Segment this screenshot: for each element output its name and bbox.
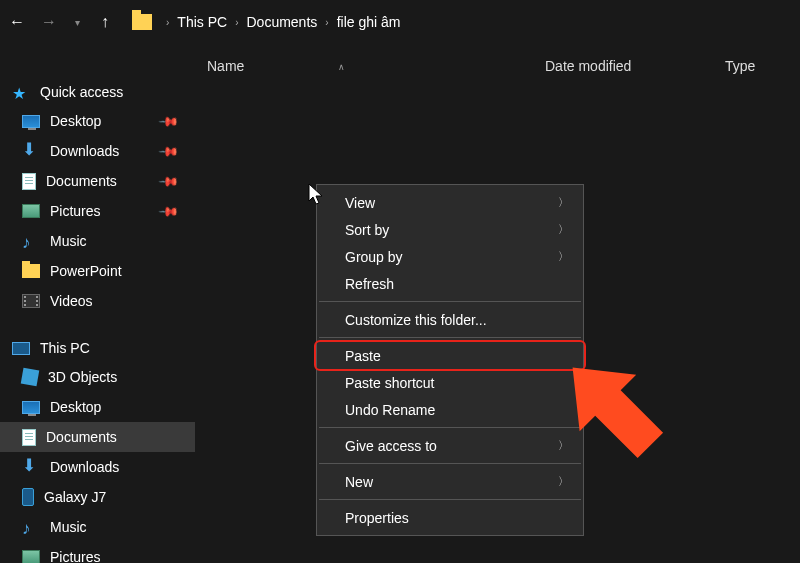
pin-icon: 📌 [158, 170, 180, 192]
ctx-label: Refresh [345, 276, 394, 292]
sidebar-item-label: 3D Objects [48, 369, 117, 385]
sidebar-quick-access[interactable]: ★ Quick access [0, 78, 195, 106]
ctx-label: View [345, 195, 375, 211]
ctx-view[interactable]: View 〉 [317, 189, 583, 216]
sidebar-item-label: Downloads [50, 143, 119, 159]
pictures-icon [22, 550, 40, 563]
ctx-new[interactable]: New 〉 [317, 468, 583, 495]
navigation-toolbar: ← → ▾ ↑ › This PC › Documents › file ghi… [0, 0, 800, 44]
sidebar-item-3d-objects[interactable]: 3D Objects [0, 362, 195, 392]
music-icon: ♪ [22, 233, 40, 249]
sidebar-item-label: Galaxy J7 [44, 489, 106, 505]
sidebar-item-documents[interactable]: Documents 📌 [0, 166, 195, 196]
pictures-icon [22, 204, 40, 218]
breadcrumb-separator: › [317, 17, 336, 28]
document-icon [22, 429, 36, 446]
column-header-name[interactable]: Name ∧ [195, 58, 533, 74]
sidebar-group-label: This PC [40, 340, 90, 356]
mouse-cursor-icon [308, 183, 326, 207]
sidebar-item-label: Videos [50, 293, 93, 309]
sidebar-item-label: Pictures [50, 549, 101, 563]
phone-icon [22, 488, 34, 506]
sidebar-this-pc[interactable]: This PC [0, 334, 195, 362]
ctx-customize-folder[interactable]: Customize this folder... [317, 306, 583, 333]
sidebar-item-desktop[interactable]: Desktop 📌 [0, 106, 195, 136]
sidebar-item-label: PowerPoint [50, 263, 122, 279]
up-button[interactable]: ↑ [96, 13, 114, 31]
star-icon: ★ [12, 84, 30, 100]
music-icon: ♪ [22, 519, 40, 535]
chevron-right-icon: 〉 [558, 195, 569, 210]
pc-icon [12, 342, 30, 355]
menu-separator [319, 301, 581, 302]
sidebar-item-label: Desktop [50, 113, 101, 129]
ctx-properties[interactable]: Properties [317, 504, 583, 531]
sidebar-group-label: Quick access [40, 84, 123, 100]
ctx-label: Paste [345, 348, 381, 364]
sidebar-item-label: Documents [46, 429, 117, 445]
sidebar-item-label: Music [50, 519, 87, 535]
3d-icon [21, 368, 40, 387]
column-headers: Name ∧ Date modified Type [195, 53, 800, 79]
sidebar-item-pictures[interactable]: Pictures [0, 542, 195, 563]
ctx-paste[interactable]: Paste [317, 342, 583, 369]
menu-separator [319, 337, 581, 338]
ctx-label: Group by [345, 249, 403, 265]
breadcrumb-segment[interactable]: Documents [246, 14, 317, 30]
column-header-date[interactable]: Date modified [533, 58, 713, 74]
document-icon [22, 173, 36, 190]
menu-separator [319, 427, 581, 428]
menu-separator [319, 499, 581, 500]
sidebar-item-downloads[interactable]: ⬇ Downloads 📌 [0, 136, 195, 166]
ctx-label: Customize this folder... [345, 312, 487, 328]
folder-icon [132, 14, 152, 30]
column-header-type[interactable]: Type [713, 58, 755, 74]
breadcrumb-segment[interactable]: This PC [177, 14, 227, 30]
sidebar-item-desktop[interactable]: Desktop [0, 392, 195, 422]
ctx-paste-shortcut[interactable]: Paste shortcut [317, 369, 583, 396]
sidebar-item-downloads[interactable]: ⬇ Downloads [0, 452, 195, 482]
sidebar-item-videos[interactable]: Videos [0, 286, 195, 316]
chevron-right-icon: 〉 [558, 474, 569, 489]
ctx-group-by[interactable]: Group by 〉 [317, 243, 583, 270]
ctx-label: Paste shortcut [345, 375, 435, 391]
video-icon [22, 294, 40, 308]
download-icon: ⬇ [22, 459, 40, 475]
ctx-sort-by[interactable]: Sort by 〉 [317, 216, 583, 243]
ctx-label: Give access to [345, 438, 437, 454]
chevron-right-icon: 〉 [558, 438, 569, 453]
forward-button[interactable]: → [40, 13, 58, 31]
ctx-refresh[interactable]: Refresh [317, 270, 583, 297]
sidebar-item-documents[interactable]: Documents [0, 422, 195, 452]
pin-icon: 📌 [158, 140, 180, 162]
ctx-label: Undo Rename [345, 402, 435, 418]
pin-icon: 📌 [158, 110, 180, 132]
sidebar-item-label: Music [50, 233, 87, 249]
ctx-label: New [345, 474, 373, 490]
breadcrumb-separator: › [158, 17, 177, 28]
breadcrumb-separator: › [227, 17, 246, 28]
sort-indicator-icon: ∧ [338, 62, 345, 72]
back-button[interactable]: ← [8, 13, 26, 31]
sidebar-item-label: Pictures [50, 203, 101, 219]
ctx-undo-rename[interactable]: Undo Rename [317, 396, 583, 423]
breadcrumb-segment[interactable]: file ghi âm [337, 14, 401, 30]
download-icon: ⬇ [22, 143, 40, 159]
folder-icon [22, 264, 40, 278]
history-dropdown-icon[interactable]: ▾ [68, 17, 86, 28]
sidebar-item-music[interactable]: ♪ Music [0, 226, 195, 256]
menu-separator [319, 463, 581, 464]
column-label: Name [207, 58, 244, 74]
monitor-icon [22, 115, 40, 128]
chevron-right-icon: 〉 [558, 249, 569, 264]
sidebar-item-label: Documents [46, 173, 117, 189]
sidebar-item-powerpoint[interactable]: PowerPoint [0, 256, 195, 286]
chevron-right-icon: 〉 [558, 222, 569, 237]
sidebar-item-label: Downloads [50, 459, 119, 475]
context-menu: View 〉 Sort by 〉 Group by 〉 Refresh Cust… [316, 184, 584, 536]
breadcrumb[interactable]: › This PC › Documents › file ghi âm [132, 7, 400, 37]
sidebar-item-music[interactable]: ♪ Music [0, 512, 195, 542]
sidebar-item-pictures[interactable]: Pictures 📌 [0, 196, 195, 226]
sidebar-item-galaxy-j7[interactable]: Galaxy J7 [0, 482, 195, 512]
ctx-give-access-to[interactable]: Give access to 〉 [317, 432, 583, 459]
